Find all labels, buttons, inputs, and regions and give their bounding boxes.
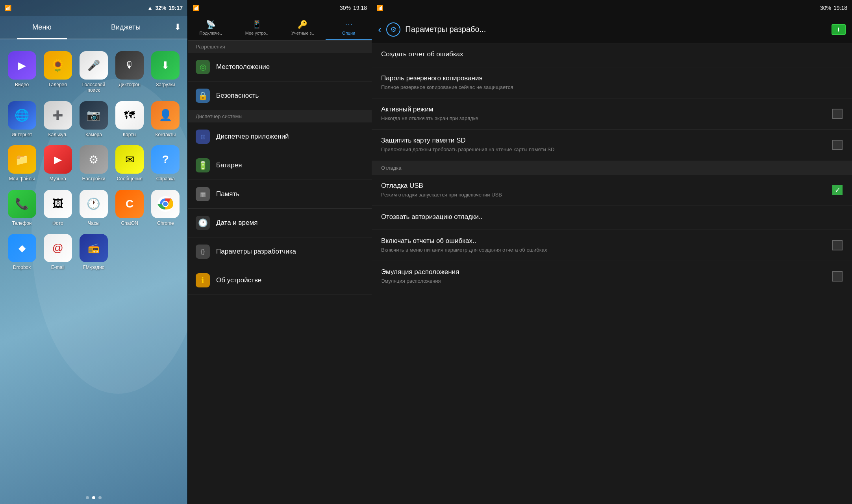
error-reports-checkbox[interactable]: [832, 240, 843, 250]
datetime-icon: 🕐: [196, 216, 210, 230]
app-calc[interactable]: ➕ Калькул.: [40, 97, 76, 141]
app-email-icon: @: [44, 234, 72, 262]
svg-point-3: [163, 202, 168, 206]
location-label: Местоположение: [216, 63, 270, 71]
dot-2: [92, 496, 95, 499]
app-photos[interactable]: 🖼 Фото: [40, 186, 76, 230]
settings-battery[interactable]: 🔋 Батарея: [188, 151, 372, 180]
back-button[interactable]: ‹: [378, 23, 382, 36]
app-messages[interactable]: ✉ Сообщения: [112, 141, 148, 185]
settings-security[interactable]: 🔒 Безопасность: [188, 82, 372, 110]
dev-item-protect-sd[interactable]: Защитить карту памяти SD Приложения долж…: [372, 130, 852, 161]
settings-datetime[interactable]: 🕐 Дата и время: [188, 209, 372, 237]
settings-about[interactable]: ℹ Об устройстве: [188, 266, 372, 295]
appmanager-icon: ⊞: [196, 130, 210, 144]
app-email[interactable]: @ E-mail: [40, 230, 76, 274]
app-dropbox[interactable]: ◆ Dropbox: [4, 230, 40, 274]
dev-item-usb-debug[interactable]: Отладка USB Режим отладки запускается пр…: [372, 175, 852, 206]
app-help[interactable]: ? Справка: [148, 141, 183, 185]
active-mode-checkbox[interactable]: [832, 109, 843, 119]
tab-accounts[interactable]: 🔑 Учетные з..: [280, 16, 326, 40]
app-chaton[interactable]: C ChatON: [112, 186, 148, 230]
tab-connect[interactable]: 📡 Подключе..: [188, 16, 234, 40]
app-settings-icon: ⚙: [80, 145, 108, 174]
app-internet[interactable]: 🌐 Интернет: [4, 97, 40, 141]
app-myfiles-label: Мои файлы: [9, 176, 35, 182]
app-downloads[interactable]: ⬇ Загрузки: [148, 47, 183, 97]
app-video[interactable]: ▶ Видео: [4, 47, 40, 97]
mock-location-checkbox[interactable]: [832, 271, 843, 282]
settings-status-right: 30% 19:18: [340, 5, 367, 11]
about-label: Об устройстве: [216, 276, 261, 284]
settings-panel: 📶 30% 19:18 📡 Подключе.. 📱 Мое устро.. 🔑…: [187, 0, 372, 504]
app-myfiles[interactable]: 📁 Мои файлы: [4, 141, 40, 185]
app-clock-label: Часы: [88, 220, 99, 226]
app-calc-icon: ➕: [44, 101, 72, 130]
app-voice-icon: 🎤: [80, 51, 108, 80]
app-clock[interactable]: 🕐 Часы: [76, 186, 111, 230]
app-contacts-label: Контакты: [155, 132, 176, 137]
active-mode-text: Активный режим Никогда не отключать экра…: [381, 106, 478, 122]
settings-developer[interactable]: {} Параметры разработчика: [188, 237, 372, 266]
app-fmradio[interactable]: 📻 FM-радио: [76, 230, 111, 274]
app-phone-label: Телефон: [12, 220, 32, 226]
app-maps[interactable]: 🗺 Карты: [112, 97, 148, 141]
app-fmradio-icon: 📻: [80, 234, 108, 262]
error-reports-row: Включать отчеты об ошибках.. Включить в …: [381, 237, 843, 254]
dev-status-bar: 📶 30% 19:18: [372, 0, 852, 16]
app-camera[interactable]: 📷 Камера: [76, 97, 111, 141]
dot-1: [86, 496, 89, 499]
app-internet-label: Интернет: [11, 132, 32, 137]
tab-menu[interactable]: Меню: [0, 16, 84, 39]
app-gallery-icon: 🌻: [44, 51, 72, 80]
bug-report-title: Создать отчет об ошибках: [381, 50, 463, 60]
home-status-right: ▲ 32% 19:17: [147, 5, 183, 11]
app-settings[interactable]: ⚙ Настройки: [76, 141, 111, 185]
settings-wifi-icon: 📶: [193, 5, 199, 11]
settings-memory[interactable]: ▦ Память: [188, 180, 372, 209]
usb-debug-checkbox[interactable]: ✓: [832, 185, 843, 195]
settings-location[interactable]: ◎ Местоположение: [188, 53, 372, 82]
tab-device-label: Мое устро..: [245, 31, 269, 35]
page-dots: [0, 491, 187, 504]
app-phone[interactable]: 📞 Телефон: [4, 186, 40, 230]
developer-options-list: Создать отчет об ошибках Пароль резервно…: [372, 43, 852, 504]
location-icon: ◎: [196, 60, 210, 74]
app-contacts[interactable]: 👤 Контакты: [148, 97, 183, 141]
home-time: 19:17: [169, 5, 183, 11]
app-music-icon: ▶: [44, 145, 72, 174]
error-reports-text: Включать отчеты об ошибках.. Включить в …: [381, 237, 832, 254]
tab-widgets-label: Виджеты: [111, 23, 141, 31]
app-dictaphone[interactable]: 🎙 Диктофон: [112, 47, 148, 97]
dev-header: ‹ ⚙ Параметры разрабо... I: [372, 16, 852, 43]
app-settings-label: Настройки: [82, 176, 106, 182]
app-gallery[interactable]: 🌻 Галерея: [40, 47, 76, 97]
app-music[interactable]: ▶ Музыка: [40, 141, 76, 185]
memory-label: Память: [216, 190, 239, 198]
settings-appmanager[interactable]: ⊞ Диспетчер приложений: [188, 122, 372, 151]
dev-item-bug-report[interactable]: Создать отчет об ошибках: [372, 43, 852, 67]
battery-label: Батарея: [216, 161, 242, 169]
memory-icon: ▦: [196, 187, 210, 201]
dev-wifi-icon: 📶: [376, 5, 383, 11]
dev-item-active-mode[interactable]: Активный режим Никогда не отключать экра…: [372, 98, 852, 130]
dev-item-error-reports[interactable]: Включать отчеты об ошибках.. Включить в …: [372, 230, 852, 261]
app-voice[interactable]: 🎤 Голосовой поиск: [76, 47, 111, 97]
app-messages-label: Сообщения: [117, 176, 143, 182]
dev-item-backup-password[interactable]: Пароль резервного копирования Полное рез…: [372, 67, 852, 98]
app-chrome[interactable]: Chrome: [148, 186, 183, 230]
home-status-bar: 📶 ▲ 32% 19:17: [0, 0, 187, 16]
tab-device[interactable]: 📱 Мое устро..: [234, 16, 280, 40]
download-icon[interactable]: ⬇: [168, 22, 187, 32]
dev-item-revoke-auth[interactable]: Отозвать авторизацию отладки..: [372, 206, 852, 230]
dev-item-mock-location[interactable]: Эмуляция расположения Эмуляция расположе…: [372, 261, 852, 292]
app-gallery-label: Галерея: [49, 82, 67, 87]
app-video-icon: ▶: [8, 51, 36, 80]
tab-widgets[interactable]: Виджеты: [84, 16, 168, 39]
tab-options[interactable]: ⋯ Опции: [326, 16, 372, 40]
app-calc-label: Калькул.: [48, 132, 67, 137]
home-status-left: 📶: [5, 5, 11, 11]
protect-sd-checkbox[interactable]: [832, 140, 843, 150]
settings-status-left: 📶: [193, 5, 199, 11]
datetime-label: Дата и время: [216, 219, 257, 227]
